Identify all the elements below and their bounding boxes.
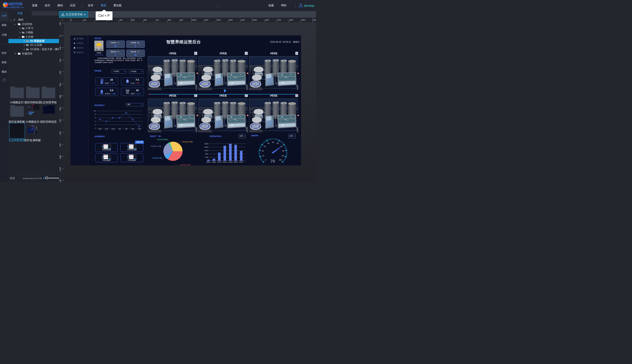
svg-text:60: 60: [277, 142, 279, 144]
svg-text:10: 10: [262, 155, 264, 157]
svg-text:30: 30: [264, 146, 266, 148]
svg-text:80: 80: [282, 150, 284, 152]
svg-text:20: 20: [262, 150, 264, 152]
svg-text:40: 40: [267, 142, 269, 144]
svg-text:90: 90: [282, 155, 284, 157]
svg-text:100: 100: [279, 159, 282, 161]
svg-text:8000: 8000: [205, 153, 208, 155]
svg-text:2: 2: [95, 124, 96, 126]
svg-text:02/25: 02/25: [228, 161, 232, 163]
svg-text:16000: 16000: [204, 146, 208, 148]
svg-text:4000: 4000: [205, 156, 208, 158]
svg-text:02/21: 02/21: [206, 161, 210, 163]
svg-text:11月: 11月: [105, 128, 108, 130]
svg-text:8: 8: [95, 114, 96, 115]
svg-text:02/24: 02/24: [223, 161, 227, 163]
svg-text:4: 4: [95, 120, 96, 122]
svg-text:4月: 4月: [138, 128, 141, 130]
svg-text:02/23: 02/23: [218, 161, 222, 163]
svg-text:02/27: 02/27: [239, 161, 243, 163]
svg-text:12月: 12月: [111, 128, 115, 130]
svg-text:0: 0: [95, 127, 96, 129]
svg-text:1月: 1月: [118, 128, 121, 130]
svg-text:02/22: 02/22: [212, 161, 216, 163]
svg-text:PH: PH: [126, 80, 128, 82]
svg-text:3月: 3月: [131, 128, 134, 130]
svg-text:50: 50: [272, 141, 274, 143]
svg-text:02/26: 02/26: [234, 161, 238, 163]
svg-text:10月: 10月: [98, 128, 102, 130]
svg-text:0: 0: [265, 159, 266, 161]
svg-text:20000: 20000: [204, 143, 208, 144]
svg-text:6: 6: [95, 117, 96, 119]
svg-text:10: 10: [94, 110, 96, 112]
svg-text:2月: 2月: [125, 128, 127, 130]
svg-text:12000: 12000: [204, 150, 208, 151]
